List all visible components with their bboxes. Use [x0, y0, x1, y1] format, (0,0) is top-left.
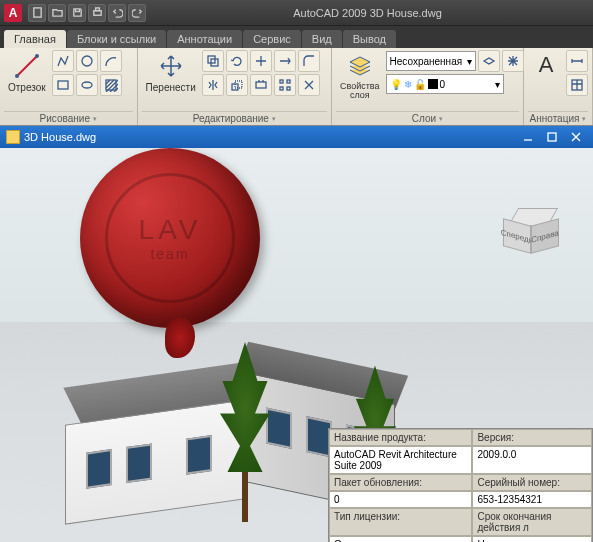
doc-maximize-button[interactable]: [541, 126, 563, 148]
tab-home[interactable]: Главная: [4, 30, 66, 48]
array-button[interactable]: [274, 74, 296, 96]
window-title: AutoCAD 2009 3D House.dwg: [146, 7, 589, 19]
app-logo-icon[interactable]: A: [4, 4, 22, 22]
svg-rect-7: [58, 81, 68, 89]
info-label: Версия:: [472, 429, 592, 446]
rotate-button[interactable]: [226, 50, 248, 72]
panel-draw: Отрезок Рисование: [0, 48, 138, 125]
arc-button[interactable]: [100, 50, 122, 72]
layer-state-dropdown[interactable]: Несохраненная▾: [386, 51, 476, 71]
svg-line-3: [17, 56, 37, 76]
qat-save-button[interactable]: [68, 4, 86, 22]
tab-view[interactable]: Вид: [302, 30, 342, 48]
panel-draw-label[interactable]: Рисование: [4, 111, 133, 124]
stretch-button[interactable]: [250, 74, 272, 96]
tab-annotations[interactable]: Аннотации: [167, 30, 242, 48]
layer-properties-label: Свойства слоя: [340, 82, 380, 100]
info-value: 2009.0.0: [472, 446, 592, 474]
info-value: AutoCAD Revit Architecture Suite 2009: [329, 446, 472, 474]
circle-button[interactable]: [76, 50, 98, 72]
trim-button[interactable]: [250, 50, 272, 72]
qat-undo-button[interactable]: [108, 4, 126, 22]
layer-freeze-button[interactable]: [502, 50, 524, 72]
move-button[interactable]: Перенести: [142, 50, 200, 95]
polyline-button[interactable]: [52, 50, 74, 72]
qat-print-button[interactable]: [88, 4, 106, 22]
seal-text-team: team: [150, 246, 189, 262]
svg-point-5: [35, 54, 39, 58]
mirror-button[interactable]: [202, 74, 224, 96]
tree-model: [220, 342, 270, 522]
fillet-button[interactable]: [298, 50, 320, 72]
titlebar: A AutoCAD 2009 3D House.dwg: [0, 0, 593, 26]
ellipse-button[interactable]: [76, 74, 98, 96]
panel-layers-label[interactable]: Слои: [336, 111, 519, 124]
panel-anno-label[interactable]: Аннотация: [528, 111, 588, 124]
qat-open-button[interactable]: [48, 4, 66, 22]
svg-rect-1: [93, 11, 100, 16]
svg-rect-21: [548, 133, 556, 141]
viewcube[interactable]: Спереди Справа: [503, 208, 563, 258]
quick-access-toolbar: [28, 4, 146, 22]
scale-button[interactable]: [226, 74, 248, 96]
rectangle-button[interactable]: [52, 74, 74, 96]
document-titlebar: 3D House.dwg: [0, 126, 593, 148]
document-icon: [6, 130, 20, 144]
explode-button[interactable]: [298, 74, 320, 96]
panel-edit-label[interactable]: Редактирование: [142, 111, 327, 124]
doc-minimize-button[interactable]: [517, 126, 539, 148]
model-viewport[interactable]: LAV team Спереди Справа Название продукт…: [0, 148, 593, 542]
about-info-panel: Название продукта:Версия:AutoCAD Revit A…: [328, 428, 593, 542]
dim-linear-button[interactable]: [566, 50, 588, 72]
ribbon: Отрезок Рисование Перенести: [0, 48, 593, 126]
panel-layers: Свойства слоя Несохраненная▾ 💡❄🔓 0▾ Слои: [332, 48, 524, 125]
svg-rect-16: [287, 80, 290, 83]
panel-annotation: A Аннотация: [524, 48, 593, 125]
line-button-label: Отрезок: [8, 82, 46, 93]
viewcube-right[interactable]: Справа: [531, 218, 559, 254]
svg-rect-14: [256, 82, 266, 88]
panel-edit: Перенести Редактирование: [138, 48, 332, 125]
svg-rect-0: [33, 8, 40, 17]
doc-close-button[interactable]: [565, 126, 587, 148]
current-layer-dropdown[interactable]: 💡❄🔓 0▾: [386, 74, 504, 94]
ribbon-tabs: Главная Блоки и ссылки Аннотации Сервис …: [0, 26, 593, 48]
svg-rect-15: [280, 80, 283, 83]
svg-point-6: [82, 56, 92, 66]
svg-text:A: A: [539, 52, 554, 77]
info-label: Название продукта:: [329, 429, 472, 446]
copy-button[interactable]: [202, 50, 224, 72]
tab-service[interactable]: Сервис: [243, 30, 301, 48]
info-value: 0: [329, 491, 472, 508]
move-button-label: Перенести: [146, 82, 196, 93]
info-label: Пакет обновления:: [329, 474, 472, 491]
svg-point-4: [15, 74, 19, 78]
info-value: Нет: [472, 536, 592, 542]
hatch-button[interactable]: [100, 74, 122, 96]
seal-text-lav: LAV: [139, 214, 202, 246]
info-label: Тип лицензии:: [329, 508, 472, 536]
qat-new-button[interactable]: [28, 4, 46, 22]
layer-properties-button[interactable]: Свойства слоя: [336, 50, 384, 102]
svg-rect-18: [287, 87, 290, 90]
info-value: Однопользовательская с защитой: [329, 536, 472, 542]
info-label: Серийный номер:: [472, 474, 592, 491]
wax-seal-watermark: LAV team: [80, 148, 280, 358]
svg-rect-17: [280, 87, 283, 90]
svg-point-8: [82, 82, 92, 88]
qat-redo-button[interactable]: [128, 4, 146, 22]
table-button[interactable]: [566, 74, 588, 96]
text-button[interactable]: A: [528, 50, 564, 82]
tab-blocks[interactable]: Блоки и ссылки: [67, 30, 166, 48]
info-value: 653-12354321: [472, 491, 592, 508]
line-button[interactable]: Отрезок: [4, 50, 50, 95]
info-label: Срок окончания действия л: [472, 508, 592, 536]
svg-rect-9: [106, 80, 116, 90]
tab-output[interactable]: Вывод: [343, 30, 396, 48]
document-title: 3D House.dwg: [24, 131, 96, 143]
svg-rect-2: [95, 8, 99, 11]
extend-button[interactable]: [274, 50, 296, 72]
layer-iso-button[interactable]: [478, 50, 500, 72]
